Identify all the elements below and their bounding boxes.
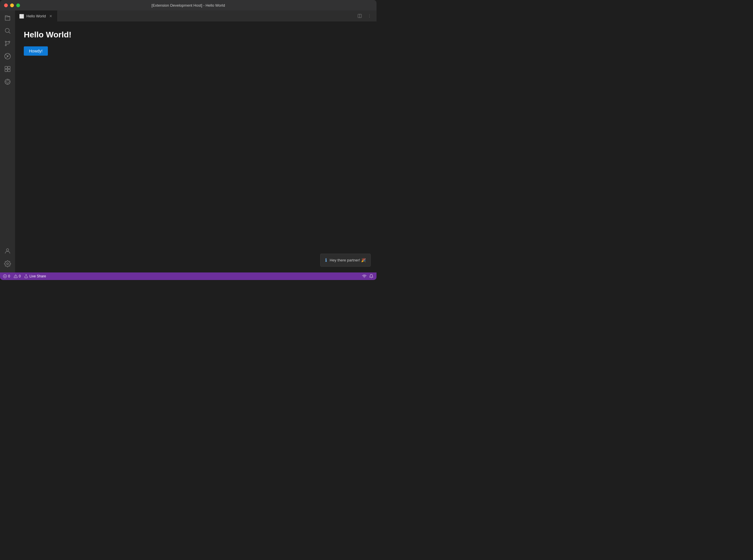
tab-bar-actions — [355, 12, 373, 20]
status-live-share[interactable]: Live Share — [24, 274, 46, 278]
svg-point-1 — [5, 41, 6, 42]
activity-bar — [0, 11, 15, 273]
notification-info-icon: ℹ — [325, 257, 327, 263]
svg-point-3 — [5, 45, 6, 46]
tab-label: Hello World — [26, 14, 46, 18]
tab-hello-world[interactable]: ⬜ Hello World × — [15, 11, 58, 21]
sidebar-item-account[interactable] — [2, 245, 13, 257]
sidebar-item-settings[interactable] — [2, 258, 13, 269]
notification-toast: ℹ Hey there partner! 🎉 — [320, 254, 371, 267]
sidebar-item-source-control[interactable] — [2, 38, 13, 49]
live-share-label: Live Share — [29, 274, 46, 278]
sidebar-item-run-debug[interactable] — [2, 51, 13, 62]
app-body: ⬜ Hello World × — [0, 11, 376, 273]
svg-point-0 — [5, 28, 9, 33]
content-area: ⬜ Hello World × — [15, 11, 376, 273]
warning-count: 0 — [19, 274, 21, 278]
svg-rect-6 — [5, 69, 7, 72]
svg-rect-4 — [5, 66, 7, 69]
sidebar-item-remote-explorer[interactable] — [2, 76, 13, 87]
error-count: 0 — [8, 274, 10, 278]
traffic-lights — [4, 3, 20, 7]
tab-close-button[interactable]: × — [48, 14, 53, 19]
activity-bar-top — [2, 12, 13, 245]
close-traffic-light[interactable] — [4, 3, 8, 7]
status-errors[interactable]: 0 — [3, 274, 10, 278]
minimize-traffic-light[interactable] — [10, 3, 14, 7]
svg-point-9 — [7, 263, 8, 265]
status-broadcast-icon[interactable] — [362, 274, 367, 279]
titlebar-title: [Extension Development Host] - Hello Wor… — [151, 3, 225, 7]
tab-file-icon: ⬜ — [19, 14, 24, 19]
status-notifications-icon[interactable] — [369, 274, 373, 279]
titlebar: [Extension Development Host] - Hello Wor… — [0, 0, 376, 11]
split-editor-button[interactable] — [355, 12, 364, 20]
svg-rect-7 — [8, 69, 10, 72]
sidebar-item-extensions[interactable] — [2, 63, 13, 75]
svg-point-8 — [6, 249, 9, 251]
status-bar: 0 0 Live Share — [0, 273, 376, 280]
tab-bar: ⬜ Hello World × — [15, 11, 376, 21]
status-bar-right — [362, 274, 373, 279]
notification-message: Hey there partner! 🎉 — [330, 258, 366, 262]
status-bar-left: 0 0 Live Share — [3, 274, 46, 278]
status-warnings[interactable]: 0 — [14, 274, 21, 278]
sidebar-item-explorer[interactable] — [2, 12, 13, 24]
svg-rect-5 — [8, 66, 10, 69]
more-actions-button[interactable] — [366, 12, 373, 20]
activity-bar-bottom — [2, 245, 13, 273]
howdy-button[interactable]: Howdy! — [24, 46, 48, 56]
maximize-traffic-light[interactable] — [16, 3, 20, 7]
hello-world-heading: Hello World! — [24, 30, 368, 39]
editor-content: Hello World! Howdy! ℹ Hey there partner!… — [15, 21, 376, 273]
sidebar-item-search[interactable] — [2, 25, 13, 37]
